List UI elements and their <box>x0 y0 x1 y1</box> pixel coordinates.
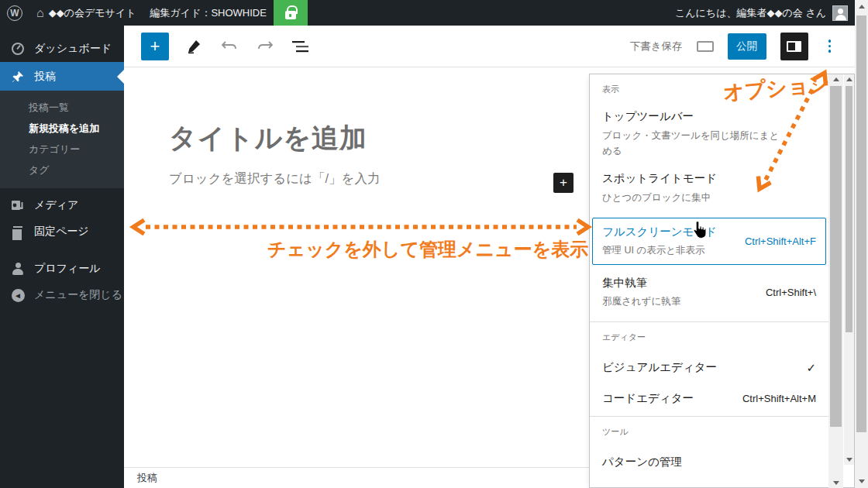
menu-group-editor: エディター ビジュアルエディター ✓ コードエディター Ctrl+Shift+A… <box>590 322 828 406</box>
menu-item-label: キーボードショートカット <box>602 486 759 487</box>
posts-submenu: 投稿一覧 新規投稿を追加 カテゴリー タグ <box>0 91 124 188</box>
home-icon: ⌂ <box>36 6 44 20</box>
sidebar-panel-icon <box>787 41 801 52</box>
menu-group-view: 表示 トップツールバー ブロック・文書ツールを同じ場所にまとめる スポットライト… <box>590 74 828 309</box>
menu-item-fullscreen-mode[interactable]: フルスクリーンモード 管理 UI の表示と非表示 Ctrl+Shift+Alt+… <box>592 218 826 265</box>
sidebar-item-profile[interactable]: プロフィール <box>0 256 124 282</box>
menu-item-desc: ブロック・文書ツールを同じ場所にまとめる <box>602 128 787 159</box>
sidebar-item-collapse-menu[interactable]: ◄ メニューを閉じる <box>0 282 124 308</box>
lock-icon <box>285 11 296 19</box>
breadcrumb[interactable]: 投稿 <box>137 471 157 485</box>
submenu-item-categories[interactable]: カテゴリー <box>0 139 124 160</box>
scrollbar-thumb[interactable] <box>830 86 842 427</box>
sidebar-item-media[interactable]: メディア <box>0 192 124 218</box>
options-kebab-button[interactable] <box>822 35 838 57</box>
scroll-up-icon[interactable] <box>855 2 868 12</box>
sidebar-item-label: 投稿 <box>34 70 56 84</box>
wp-logo-menu[interactable]: W <box>0 0 29 26</box>
menu-item-shortcut: Ctrl+Shift+Alt+F <box>745 235 816 247</box>
menu-item-spotlight-mode[interactable]: スポットライトモード ひとつのブロックに集中 <box>602 171 816 205</box>
submenu-item-tags[interactable]: タグ <box>0 160 124 180</box>
menu-item-code-editor[interactable]: コードエディター Ctrl+Shift+Alt+M <box>602 391 816 406</box>
wordpress-logo-icon: W <box>7 5 22 21</box>
sidebar-item-dashboard[interactable]: ダッシュボード <box>0 36 124 62</box>
block-placeholder[interactable]: ブロックを選択するには「/」を入力 <box>169 170 380 187</box>
menu-group-tools: ツール パターンの管理 キーボードショートカット Shift+Alt+H ウェル… <box>590 417 828 487</box>
menu-item-label: フルスクリーンモード <box>602 225 739 239</box>
scroll-up-icon[interactable] <box>828 74 843 84</box>
menu-item-label: トップツールバー <box>602 109 816 124</box>
pin-icon <box>9 70 26 83</box>
block-inserter-inline-button[interactable]: + <box>553 173 574 193</box>
redo-icon[interactable] <box>254 40 276 53</box>
preview-monitor-icon[interactable] <box>697 41 714 52</box>
site-name: ◆◆の会デモサイト <box>49 6 136 20</box>
sidebar-item-label: ダッシュボード <box>34 42 112 56</box>
account-menu[interactable]: こんにちは、編集者◆◆の会 さん <box>675 5 868 21</box>
edit-guide-label: 編集ガイド：SHOWHIDE <box>150 6 267 20</box>
options-popover: 表示 トップツールバー ブロック・文書ツールを同じ場所にまとめる スポットライト… <box>589 74 855 488</box>
submenu-item-add-new-post[interactable]: 新規投稿を追加 <box>0 118 124 139</box>
menu-item-label: コードエディター <box>602 391 736 406</box>
scroll-down-icon[interactable] <box>828 478 843 488</box>
greeting-text: こんにちは、編集者◆◆の会 さん <box>675 6 826 20</box>
sidebar-item-label: プロフィール <box>34 262 101 276</box>
save-draft-button[interactable]: 下書き保存 <box>630 40 683 53</box>
check-icon: ✓ <box>806 361 816 375</box>
menu-item-desc: 邪魔されずに執筆 <box>602 294 760 309</box>
menu-item-label: 集中執筆 <box>602 276 760 290</box>
menu-item-desc: ひとつのブロックに集中 <box>602 190 787 205</box>
user-icon <box>9 263 26 275</box>
sidebar-item-posts[interactable]: 投稿 <box>0 62 124 91</box>
publish-button[interactable]: 公開 <box>728 33 766 60</box>
menu-item-distraction-free[interactable]: 集中執筆 邪魔されずに執筆 Ctrl+Shift+\ <box>602 276 816 310</box>
lock-button[interactable] <box>274 0 308 26</box>
popover-scrollbar[interactable] <box>828 74 843 488</box>
dashboard-icon <box>9 43 26 55</box>
menu-item-manage-patterns[interactable]: パターンの管理 <box>602 455 816 469</box>
scroll-up-icon[interactable] <box>844 74 854 84</box>
window-scrollbar[interactable] <box>855 0 868 488</box>
menu-item-label: ビジュアルエディター <box>602 360 800 375</box>
admin-sidebar: ダッシュボード 投稿 投稿一覧 新規投稿を追加 カテゴリー タグ メディア 固定… <box>0 26 124 488</box>
list-view-icon[interactable] <box>290 40 312 53</box>
settings-sidebar-button[interactable] <box>780 33 808 60</box>
scroll-down-icon[interactable] <box>855 476 868 486</box>
menu-item-visual-editor[interactable]: ビジュアルエディター ✓ <box>602 360 816 375</box>
sidebar-item-label: メニューを閉じる <box>34 288 122 302</box>
menu-section-header: エディター <box>602 332 816 343</box>
admin-bar: W ⌂ ◆◆の会デモサイト 編集ガイド：SHOWHIDE こんにちは、編集者◆◆… <box>0 0 868 26</box>
editor-toolbar: + 下書き保存 公開 <box>124 26 868 67</box>
block-inserter-button[interactable]: + <box>141 33 169 60</box>
menu-item-keyboard-shortcuts[interactable]: キーボードショートカット Shift+Alt+H <box>602 486 816 487</box>
site-menu[interactable]: ⌂ ◆◆の会デモサイト <box>29 0 143 26</box>
sidebar-item-pages[interactable]: 固定ページ <box>0 218 124 245</box>
scroll-down-icon[interactable] <box>844 455 854 465</box>
menu-section-header: 表示 <box>602 84 816 95</box>
menu-item-shortcut: Ctrl+Shift+Alt+M <box>742 393 816 404</box>
menu-item-shortcut: Ctrl+Shift+\ <box>766 287 816 298</box>
submenu-item-post-list[interactable]: 投稿一覧 <box>0 97 124 118</box>
media-icon <box>9 199 26 211</box>
scrollbar-thumb[interactable] <box>846 86 852 332</box>
menu-section-header: ツール <box>602 426 816 438</box>
menu-item-label: スポットライトモード <box>602 171 816 186</box>
menu-item-top-toolbar[interactable]: トップツールバー ブロック・文書ツールを同じ場所にまとめる <box>602 109 816 159</box>
collapse-arrow-icon: ◄ <box>9 289 26 302</box>
post-title-placeholder[interactable]: タイトルを追加 <box>169 120 367 156</box>
sidebar-item-label: 固定ページ <box>34 225 89 239</box>
pages-icon <box>9 226 26 237</box>
inner-scrollbar[interactable] <box>844 74 854 465</box>
scrollbar-thumb[interactable] <box>856 15 866 432</box>
sidebar-item-label: メディア <box>34 198 78 212</box>
tools-pencil-icon[interactable] <box>183 38 205 55</box>
undo-icon[interactable] <box>219 40 240 53</box>
menu-item-desc: 管理 UI の表示と非表示 <box>602 242 739 258</box>
edit-guide-menu[interactable]: 編集ガイド：SHOWHIDE <box>143 0 274 26</box>
menu-item-label: パターンの管理 <box>602 455 816 469</box>
avatar <box>832 5 848 21</box>
